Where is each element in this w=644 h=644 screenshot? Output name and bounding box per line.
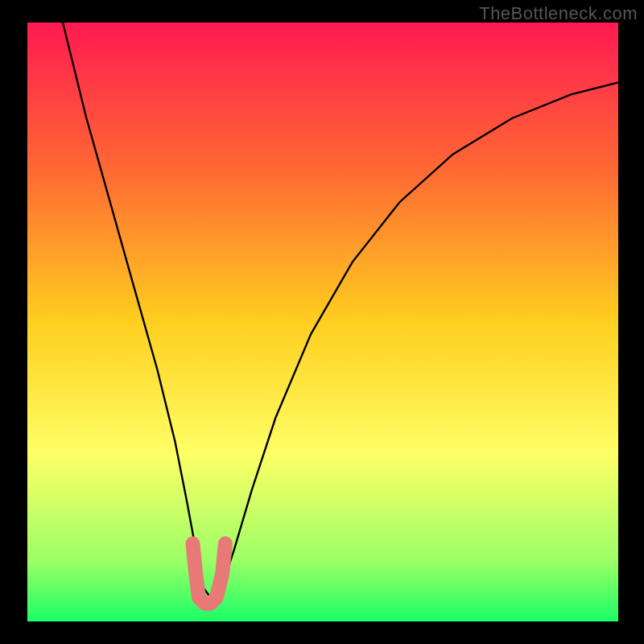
plot-background (27, 23, 618, 621)
chart-svg (0, 0, 644, 644)
chart-stage: TheBottleneck.com (0, 0, 644, 644)
watermark-text: TheBottleneck.com (479, 3, 638, 24)
